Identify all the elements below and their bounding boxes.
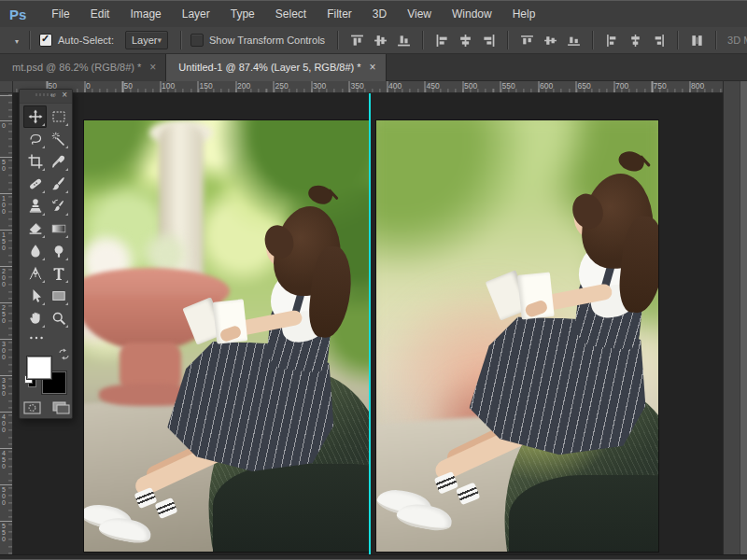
menu-image[interactable]: Image bbox=[120, 1, 171, 27]
tab-bar-empty-area bbox=[387, 53, 747, 81]
distribute-horizontal-centers-icon[interactable] bbox=[628, 34, 642, 48]
pen-tool[interactable] bbox=[23, 262, 47, 285]
crop-tool[interactable] bbox=[23, 150, 47, 173]
ruler-label: 300 bbox=[313, 81, 326, 91]
ruler-label: 350 bbox=[2, 377, 6, 397]
auto-select-checkbox[interactable] bbox=[39, 34, 52, 47]
menu-file[interactable]: File bbox=[41, 1, 79, 27]
show-transform-controls-label: Show Transform Controls bbox=[209, 35, 325, 46]
align-vertical-centers-icon[interactable] bbox=[374, 34, 388, 48]
swap-colors-icon[interactable] bbox=[58, 347, 70, 359]
ruler-corner bbox=[0, 81, 13, 93]
align-right-edges-icon[interactable] bbox=[482, 34, 496, 48]
move-tool[interactable] bbox=[23, 105, 47, 128]
menu-window[interactable]: Window bbox=[442, 1, 502, 27]
hand-tool[interactable] bbox=[23, 307, 47, 329]
girl-slot bbox=[376, 120, 658, 552]
separator bbox=[507, 31, 509, 49]
menu-view[interactable]: View bbox=[397, 1, 442, 27]
ruler-label: 300 bbox=[2, 341, 6, 360]
girl-hair-bun bbox=[306, 182, 335, 207]
align-left-edges-icon[interactable] bbox=[435, 34, 449, 48]
menu-edit[interactable]: Edit bbox=[80, 1, 120, 27]
align-bottom-edges-icon[interactable] bbox=[397, 34, 411, 48]
collapsed-panel-dock[interactable] bbox=[723, 81, 740, 554]
tools-panel-header[interactable]: « × bbox=[20, 90, 72, 104]
girl-slot bbox=[84, 120, 369, 552]
photoshop-logo: Ps bbox=[9, 7, 26, 22]
align-top-edges-icon[interactable] bbox=[350, 34, 364, 48]
menu-bar: Ps FileEditImageLayerTypeSelectFilter3DV… bbox=[0, 1, 747, 28]
close-panel-icon[interactable]: × bbox=[62, 90, 67, 100]
auto-select-target-value: Layer bbox=[132, 35, 158, 46]
eraser-tool[interactable] bbox=[23, 217, 47, 240]
distribute-vertical-centers-icon[interactable] bbox=[543, 34, 557, 48]
ruler-label: 400 bbox=[388, 81, 402, 91]
blur-tool[interactable] bbox=[23, 240, 47, 262]
girl-sock bbox=[155, 497, 178, 519]
ruler-label: 200 bbox=[237, 81, 250, 91]
history-brush-tool[interactable] bbox=[47, 195, 70, 217]
close-icon[interactable]: × bbox=[149, 61, 156, 74]
screen-mode-icon[interactable] bbox=[52, 401, 70, 414]
distribute-top-edges-icon[interactable] bbox=[520, 34, 534, 48]
menu-3d[interactable]: 3D bbox=[362, 1, 397, 27]
ruler-label: 150 bbox=[200, 81, 213, 91]
zoom-tool[interactable] bbox=[47, 307, 70, 329]
gradient-tool[interactable] bbox=[47, 217, 70, 240]
ruler-label: 50 bbox=[124, 81, 133, 91]
ruler-label: 150 bbox=[2, 231, 6, 251]
ruler-label: 450 bbox=[2, 450, 6, 469]
ruler-label: 250 bbox=[2, 304, 6, 324]
menu-filter[interactable]: Filter bbox=[317, 1, 362, 27]
auto-select-label: Auto-Select: bbox=[58, 35, 114, 46]
guide-line bbox=[369, 92, 371, 554]
separator bbox=[337, 31, 339, 49]
close-icon[interactable]: × bbox=[370, 61, 376, 74]
ruler-label: 500 bbox=[2, 486, 6, 506]
eyedropper-tool[interactable] bbox=[47, 150, 70, 173]
path-selection-tool[interactable] bbox=[23, 285, 47, 307]
rectangular-marquee-tool[interactable] bbox=[47, 105, 70, 128]
ruler-label: 600 bbox=[540, 81, 553, 91]
options-bar: ▾ Auto-Select: Layer ▾ Show Transform Co… bbox=[0, 27, 747, 54]
edit-toolbar-icon[interactable] bbox=[25, 332, 48, 343]
distribute-spacing-icon[interactable] bbox=[690, 34, 704, 48]
photoshop-window: Ps FileEditImageLayerTypeSelectFilter3DV… bbox=[0, 0, 747, 560]
brush-tool[interactable] bbox=[47, 173, 70, 195]
document-tab-1[interactable]: mt.psd @ 86.2% (RGB/8#) *× bbox=[0, 53, 166, 81]
menu-help[interactable]: Help bbox=[502, 1, 546, 27]
girl-sock bbox=[456, 483, 480, 506]
dodge-tool[interactable] bbox=[47, 240, 70, 262]
show-transform-controls-checkbox[interactable] bbox=[190, 34, 204, 47]
3d-mode-label: 3D Mode: bbox=[727, 35, 747, 46]
distribute-right-edges-icon[interactable] bbox=[652, 34, 666, 48]
menu-type[interactable]: Type bbox=[220, 1, 265, 27]
rectangle-tool[interactable] bbox=[47, 285, 70, 307]
ruler-label: 500 bbox=[464, 81, 477, 91]
tab-label: mt.psd @ 86.2% (RGB/8#) * bbox=[12, 62, 141, 73]
ruler-label: 650 bbox=[578, 81, 591, 91]
lasso-tool[interactable] bbox=[23, 128, 47, 150]
clone-stamp-tool[interactable] bbox=[23, 195, 47, 217]
tools-panel: « × bbox=[19, 89, 73, 419]
collapse-panel-icon[interactable]: « bbox=[50, 91, 55, 100]
tool-preset-chevron-icon[interactable]: ▾ bbox=[15, 37, 19, 46]
distribute-bottom-edges-icon[interactable] bbox=[567, 34, 581, 48]
canvas-document-right[interactable] bbox=[376, 120, 658, 552]
canvas-document-left[interactable] bbox=[84, 120, 369, 552]
distribute-left-edges-icon[interactable] bbox=[605, 34, 619, 48]
quick-selection-tool[interactable] bbox=[47, 128, 70, 150]
separator bbox=[677, 31, 679, 49]
align-horizontal-centers-icon[interactable] bbox=[458, 34, 472, 48]
quick-mask-mode-icon[interactable] bbox=[23, 401, 41, 414]
menu-layer[interactable]: Layer bbox=[172, 1, 220, 27]
document-tab-2[interactable]: Untitled-1 @ 87.4% (Layer 5, RGB/8#) *× bbox=[166, 53, 386, 81]
foreground-color-swatch[interactable] bbox=[27, 357, 51, 379]
type-tool[interactable] bbox=[47, 262, 70, 285]
ruler-label: 450 bbox=[427, 81, 440, 91]
menu-select[interactable]: Select bbox=[265, 1, 317, 27]
spot-healing-brush-tool[interactable] bbox=[23, 173, 47, 195]
auto-select-target-dropdown[interactable]: Layer ▾ bbox=[125, 31, 168, 49]
girl-hair-bun bbox=[616, 148, 647, 175]
